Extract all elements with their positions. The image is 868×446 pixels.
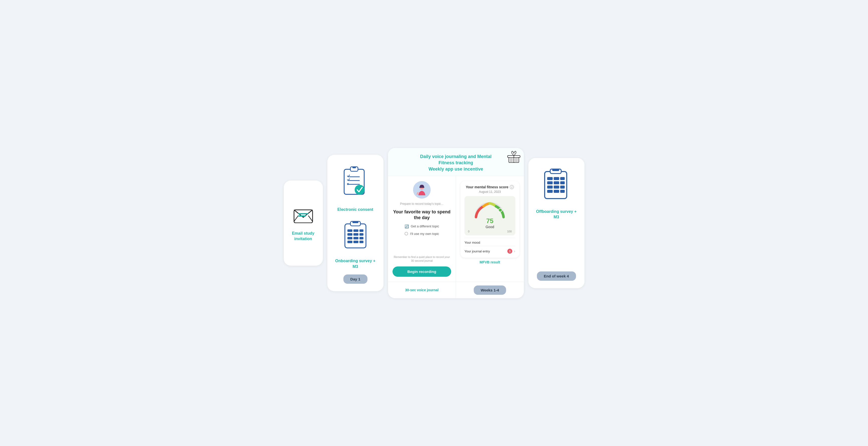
svg-rect-18 [353, 229, 359, 232]
weeks-badge: Weeks 1-4 [474, 285, 506, 295]
svg-rect-14 [345, 224, 366, 248]
mood-label: Your mood [464, 241, 480, 244]
svg-rect-52 [560, 185, 565, 188]
topic-main: Your favorite way to spend the day [393, 209, 452, 221]
option-own-topic[interactable]: I'll use my own topic [405, 232, 439, 236]
option-refresh[interactable]: 🔄 Get a different topic [405, 225, 439, 228]
offboarding-card: Offboarding survey +M3 End of week 4 [528, 158, 585, 288]
svg-rect-54 [554, 190, 559, 193]
svg-rect-55 [560, 190, 565, 193]
svg-rect-23 [347, 237, 352, 239]
range-min: 0 [468, 230, 469, 233]
svg-rect-45 [554, 177, 559, 180]
reminder-text: Remember to find a quiet place to record… [393, 255, 452, 263]
weeks-header: Daily voice journaling and MentalFitness… [388, 148, 524, 176]
fitness-title: Your mental fitness score [466, 185, 508, 189]
svg-rect-26 [347, 241, 352, 243]
weeks-header-title: Daily voice journaling and MentalFitness… [393, 153, 519, 173]
svg-rect-48 [554, 181, 559, 184]
svg-rect-24 [353, 237, 359, 239]
offboarding-badge: End of week 4 [537, 271, 576, 281]
topic-prompt: Prepare to record today's topic... [400, 202, 443, 206]
journal-panel-label: 30-sec voice journal [392, 288, 453, 292]
svg-rect-41 [545, 172, 567, 199]
journal-footer: 30-sec voice journal [388, 282, 456, 298]
fitness-card: Your mental fitness score i August 11, 2… [460, 181, 519, 258]
mfvb-footer: Weeks 1-4 [456, 282, 524, 298]
mfvb-panel: Your mental fitness score i August 11, 2… [456, 176, 524, 281]
svg-rect-22 [360, 233, 364, 236]
svg-rect-17 [347, 229, 352, 232]
option1-label: Get a different topic [411, 225, 439, 228]
range-max: 100 [507, 230, 512, 233]
gauge-area: 75 Good 0 100 [464, 196, 515, 235]
gift-icon [506, 151, 521, 165]
offboarding-label: Offboarding survey +M3 [536, 209, 577, 220]
svg-rect-50 [547, 185, 553, 188]
email-icon [293, 207, 313, 223]
svg-rect-20 [347, 233, 352, 236]
mood-row: Your mood [464, 238, 515, 244]
day1-card: Electronic consent Onb [327, 155, 383, 291]
svg-rect-49 [560, 181, 565, 184]
email-card: Email study invitation [284, 180, 323, 266]
mfvb-label: MFVB result [460, 260, 519, 264]
option2-label: I'll use my own topic [410, 232, 439, 236]
journal-row[interactable]: Your journal entry 1 › [464, 246, 515, 254]
svg-rect-25 [360, 237, 364, 239]
survey-icon [343, 220, 368, 249]
svg-rect-16 [352, 221, 359, 223]
svg-rect-51 [554, 185, 559, 188]
weeks-footer: 30-sec voice journal Weeks 1-4 [388, 282, 524, 298]
svg-rect-27 [353, 241, 359, 243]
offboarding-icon [542, 168, 570, 199]
svg-rect-53 [547, 190, 553, 193]
svg-rect-3 [298, 213, 308, 214]
gauge-range: 0 100 [467, 230, 513, 233]
consent-label: Electronic consent [337, 207, 373, 212]
svg-rect-46 [560, 177, 565, 180]
begin-recording-button[interactable]: Begin recording [393, 267, 452, 277]
svg-rect-4 [298, 215, 306, 217]
svg-rect-47 [547, 181, 553, 184]
svg-rect-43 [552, 169, 559, 171]
radio-button[interactable] [405, 232, 408, 235]
consent-icon [342, 165, 369, 197]
journal-label: Your journal entry [464, 249, 490, 253]
journal-panel: Prepare to record today's topic... Your … [388, 176, 456, 281]
gauge-label: Good [486, 225, 494, 229]
svg-rect-44 [547, 177, 553, 180]
journal-badge: 1 [507, 249, 512, 254]
refresh-icon: 🔄 [405, 225, 409, 228]
svg-point-13 [355, 185, 365, 195]
svg-rect-7 [352, 167, 356, 168]
weeks-card: Daily voice journaling and MentalFitness… [388, 148, 524, 298]
chevron-right-icon: › [514, 249, 515, 253]
info-icon[interactable]: i [510, 185, 514, 189]
avatar [413, 181, 431, 199]
svg-point-40 [499, 208, 502, 212]
svg-rect-19 [360, 229, 364, 232]
fitness-title-row: Your mental fitness score i [464, 185, 515, 189]
fitness-date: August 11, 2023 [464, 190, 515, 194]
gauge-score: 75 [486, 217, 494, 225]
day1-badge: Day 1 [343, 274, 368, 284]
svg-rect-21 [353, 233, 359, 236]
weeks-panels: Prepare to record today's topic... Your … [388, 176, 524, 281]
survey-label: Onboarding survey +M3 [335, 258, 375, 270]
svg-rect-28 [360, 241, 364, 243]
email-label: Email study invitation [289, 231, 318, 242]
main-container: Email study invitation [284, 148, 585, 298]
